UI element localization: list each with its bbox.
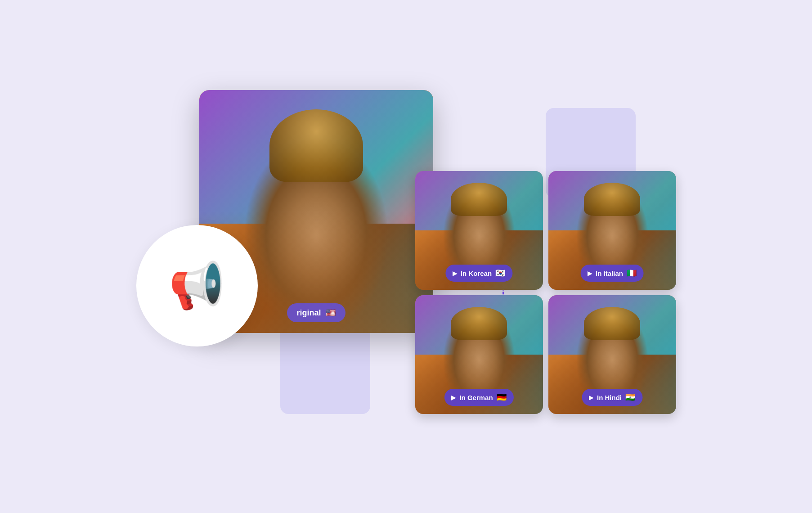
german-badge[interactable]: ▶ In German 🇩🇪 (444, 389, 513, 406)
hindi-flag: 🇮🇳 (625, 392, 635, 402)
german-flag: 🇩🇪 (497, 392, 507, 402)
video-thumb-hindi[interactable]: ▶ In Hindi 🇮🇳 (548, 295, 676, 414)
bg-square-bottom (280, 324, 370, 414)
play-icon-italian: ▶ (588, 270, 592, 277)
megaphone-icon: 📢 (169, 259, 225, 312)
italian-flag: 🇮🇹 (627, 268, 637, 278)
video-thumb-korean[interactable]: ▶ In Korean 🇰🇷 (415, 171, 543, 290)
play-icon-korean: ▶ (453, 270, 457, 277)
video-thumb-italian[interactable]: ▶ In Italian 🇮🇹 (548, 171, 676, 290)
video-grid: ▶ In Korean 🇰🇷 ▶ In Italian 🇮🇹 (415, 171, 676, 414)
original-badge: riginal 🇺🇸 (287, 303, 345, 322)
hindi-badge[interactable]: ▶ In Hindi 🇮🇳 (582, 389, 642, 406)
scene: 📢 riginal 🇺🇸 (136, 54, 676, 459)
us-flag: 🇺🇸 (326, 308, 336, 318)
korean-flag: 🇰🇷 (495, 268, 505, 278)
megaphone-circle: 📢 (136, 225, 258, 346)
korean-label: In Korean (461, 270, 492, 277)
korean-badge[interactable]: ▶ In Korean 🇰🇷 (445, 265, 512, 282)
original-label: riginal (296, 308, 321, 318)
german-label: In German (459, 394, 493, 401)
hindi-label: In Hindi (597, 394, 622, 401)
play-icon-german: ▶ (451, 394, 456, 401)
italian-label: In Italian (596, 270, 623, 277)
play-icon-hindi: ▶ (589, 394, 593, 401)
video-thumb-german[interactable]: ▶ In German 🇩🇪 (415, 295, 543, 414)
italian-badge[interactable]: ▶ In Italian 🇮🇹 (580, 265, 644, 282)
